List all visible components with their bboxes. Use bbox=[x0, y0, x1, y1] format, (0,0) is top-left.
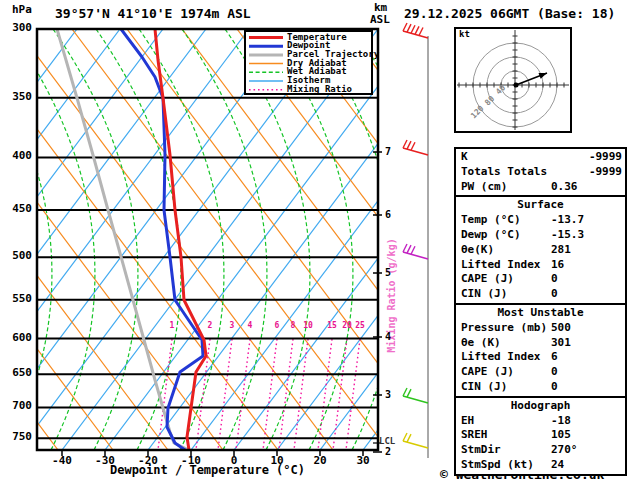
temperature-tick-label: 20 bbox=[298, 455, 342, 467]
indices-row-value: 270° bbox=[551, 443, 622, 458]
pressure-tick-label: 300 bbox=[0, 22, 32, 34]
pressure-tick-label: 750 bbox=[0, 431, 32, 443]
indices-row-label: Dewp (°C) bbox=[461, 228, 521, 243]
indices-box-header: Surface bbox=[456, 198, 625, 213]
indices-row-value: 105 bbox=[551, 428, 622, 443]
indices-row-label: CIN (J) bbox=[461, 287, 507, 302]
temperature-tick-label: 30 bbox=[341, 455, 385, 467]
altitude-km-tick-label: 2 bbox=[385, 446, 391, 457]
indices-row-label: CAPE (J) bbox=[461, 365, 514, 380]
indices-row: Temp (°C)-13.7 bbox=[456, 213, 625, 228]
indices-row-label: CIN (J) bbox=[461, 380, 507, 395]
indices-row: CIN (J)0 bbox=[456, 287, 625, 302]
indices-row-label: Pressure (mb) bbox=[461, 321, 547, 336]
indices-row: CAPE (J)0 bbox=[456, 365, 625, 380]
pressure-tick-label: 500 bbox=[0, 250, 32, 262]
altitude-km-tick-label: 3 bbox=[385, 389, 391, 400]
indices-box: Most UnstablePressure (mb)500θe (K)301Li… bbox=[454, 303, 627, 398]
temperature-tick-label: -20 bbox=[126, 455, 170, 467]
indices-row-value: 16 bbox=[551, 258, 622, 273]
indices-row: θe (K)301 bbox=[456, 336, 625, 351]
altitude-km-tick-label: 4 bbox=[385, 331, 391, 342]
indices-box: K-9999Totals Totals-9999PW (cm)0.36 bbox=[454, 147, 627, 197]
indices-row-value: -15.3 bbox=[551, 228, 622, 243]
indices-box-header: Most Unstable bbox=[456, 306, 625, 321]
indices-row-label: Lifted Index bbox=[461, 350, 540, 365]
indices-row-label: Temp (°C) bbox=[461, 213, 521, 228]
pressure-tick-label: 650 bbox=[0, 367, 32, 379]
pressure-tick-label: 400 bbox=[0, 150, 32, 162]
indices-row: θe(K)281 bbox=[456, 243, 625, 258]
indices-row-value: 6 bbox=[551, 350, 622, 365]
pressure-tick-label: 550 bbox=[0, 293, 32, 305]
indices-row-value: 24 bbox=[551, 458, 622, 473]
indices-row-value: 0 bbox=[551, 287, 622, 302]
mixing-ratio-value-label: 6 bbox=[271, 322, 283, 331]
altitude-km-tick-label: 5 bbox=[385, 267, 391, 278]
mixing-ratio-value-label: 15 bbox=[326, 322, 338, 331]
indices-row-label: PW (cm) bbox=[461, 180, 507, 195]
indices-row-value: 0 bbox=[551, 272, 622, 287]
temperature-tick-label: -30 bbox=[83, 455, 127, 467]
indices-row-label: K bbox=[461, 150, 468, 165]
mixing-ratio-value-label: 25 bbox=[354, 322, 366, 331]
indices-row-label: Lifted Index bbox=[461, 258, 540, 273]
skewt-sounding-page: 4080120 hPa 39°57'N 41°10'E 1974m ASL km… bbox=[0, 0, 629, 486]
indices-row: SREH105 bbox=[456, 428, 625, 443]
indices-row: EH-18 bbox=[456, 414, 625, 429]
altitude-km-tick-label: 7 bbox=[385, 146, 391, 157]
indices-row-value: 281 bbox=[551, 243, 622, 258]
indices-row: StmDir270° bbox=[456, 443, 625, 458]
indices-row-value: -9999 bbox=[551, 165, 622, 180]
pressure-tick-label: 350 bbox=[0, 91, 32, 103]
altitude-km-tick-label: 6 bbox=[385, 209, 391, 220]
indices-row: CIN (J)0 bbox=[456, 380, 625, 395]
indices-row: Totals Totals-9999 bbox=[456, 165, 625, 180]
run-datetime-title: 29.12.2025 06GMT (Base: 18) bbox=[404, 7, 615, 21]
mixing-ratio-value-label: 10 bbox=[302, 322, 314, 331]
page-title: 39°57'N 41°10'E 1974m ASL bbox=[55, 7, 251, 21]
pressure-unit-label: hPa bbox=[12, 4, 32, 16]
indices-row-value: 301 bbox=[551, 336, 622, 351]
indices-row-value: 0.36 bbox=[551, 180, 622, 195]
indices-row: Lifted Index6 bbox=[456, 350, 625, 365]
indices-row: K-9999 bbox=[456, 150, 625, 165]
pressure-tick-label: 700 bbox=[0, 400, 32, 412]
indices-row: CAPE (J)0 bbox=[456, 272, 625, 287]
pressure-tick-label: 600 bbox=[0, 332, 32, 344]
indices-row-label: CAPE (J) bbox=[461, 272, 514, 287]
mixing-ratio-value-label: 4 bbox=[244, 322, 256, 331]
legend-item-label: Mixing Ratio bbox=[287, 85, 352, 95]
indices-row-value: 0 bbox=[551, 365, 622, 380]
indices-row-label: θe (K) bbox=[461, 336, 501, 351]
indices-row-value: 0 bbox=[551, 380, 622, 395]
mixing-ratio-value-label: 3 bbox=[226, 322, 238, 331]
indices-row: Dewp (°C)-15.3 bbox=[456, 228, 625, 243]
indices-row-label: θe(K) bbox=[461, 243, 494, 258]
indices-row: Pressure (mb)500 bbox=[456, 321, 625, 336]
indices-row-value: -9999 bbox=[551, 150, 622, 165]
indices-row-label: Totals Totals bbox=[461, 165, 547, 180]
indices-row: PW (cm)0.36 bbox=[456, 180, 625, 195]
hodograph-unit-label: kt bbox=[459, 30, 470, 40]
indices-row-label: SREH bbox=[461, 428, 488, 443]
indices-row: Lifted Index16 bbox=[456, 258, 625, 273]
indices-row: StmSpd (kt)24 bbox=[456, 458, 625, 473]
mixing-ratio-value-label: 20 bbox=[341, 322, 353, 331]
mixing-ratio-value-label: 1 bbox=[166, 322, 178, 331]
mixing-ratio-value-label: 8 bbox=[287, 322, 299, 331]
indices-box-header: Hodograph bbox=[456, 399, 625, 414]
temperature-tick-label: -40 bbox=[40, 455, 84, 467]
indices-row-value: -13.7 bbox=[551, 213, 622, 228]
temperature-tick-label: 10 bbox=[255, 455, 299, 467]
pressure-tick-label: 450 bbox=[0, 203, 32, 215]
indices-row-label: StmSpd (kt) bbox=[461, 458, 534, 473]
indices-row-label: StmDir bbox=[461, 443, 501, 458]
indices-row-value: 500 bbox=[551, 321, 622, 336]
temperature-tick-label: -10 bbox=[169, 455, 213, 467]
mixing-ratio-axis-label: Mixing Ratio (g/kg) bbox=[386, 196, 397, 396]
indices-row-label: EH bbox=[461, 414, 474, 429]
indices-box: SurfaceTemp (°C)-13.7Dewp (°C)-15.3θe(K)… bbox=[454, 195, 627, 305]
indices-panel: K-9999Totals Totals-9999PW (cm)0.36Surfa… bbox=[454, 147, 627, 476]
mixing-ratio-value-label: 2 bbox=[204, 322, 216, 331]
